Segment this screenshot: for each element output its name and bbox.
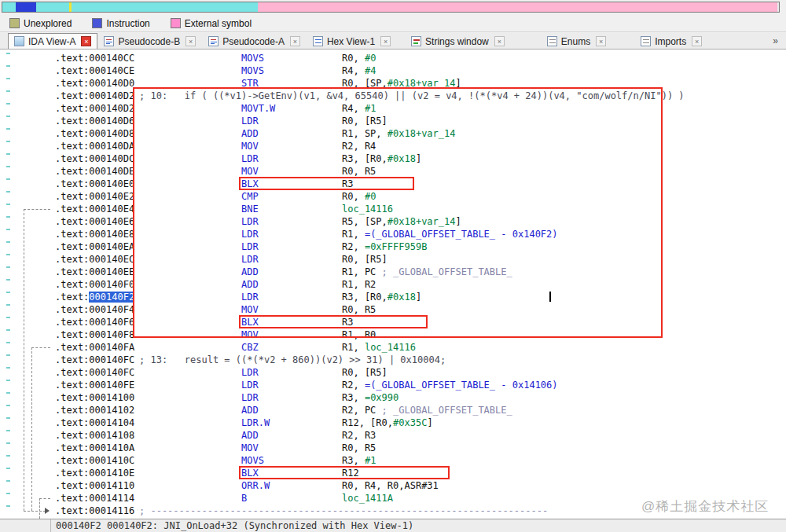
operand-seg: #0 [365, 53, 376, 64]
strings-icon [411, 36, 421, 46]
disasm-line[interactable]: .text:0001410AMOVR0, R5 [0, 442, 786, 454]
navband-segment[interactable] [72, 2, 258, 12]
mnemonic: ADD [241, 404, 259, 416]
disasm-line[interactable]: .text:00014102ADDR2, PC ; _GLOBAL_OFFSET… [0, 404, 786, 416]
operands: R4, #4 [342, 64, 376, 77]
disasm-line[interactable]: .text:00014108ADDR2, R3 [0, 429, 786, 442]
operand-seg: R2, [342, 380, 365, 391]
tab-label: Strings window [425, 36, 489, 47]
mnemonic: MOV [241, 442, 259, 454]
close-tab-button[interactable]: × [494, 36, 505, 46]
close-tab-button[interactable]: × [596, 36, 606, 46]
disasm-line[interactable]: .text:000140FACBZR1, loc_14116 [0, 341, 786, 354]
navband-segment[interactable] [258, 2, 777, 12]
line-address: .text:000140FC [55, 366, 134, 379]
tab-strings-window[interactable]: Strings window× [405, 33, 511, 49]
operands: R2, R3 [342, 429, 376, 442]
tab-pseudocode-a[interactable]: Pseudocode-A× [202, 33, 307, 49]
comment-seg: ; 13: result = ((*(*v2 + 860))(v2) >> 31… [139, 354, 446, 365]
mnemonic: MOVS [241, 52, 264, 64]
legend-item: External symbol [171, 18, 252, 29]
text-caret [549, 292, 551, 302]
mnemonic: MOVS [241, 64, 264, 77]
operand-seg: R0, R4, R0,ASR#31 [342, 480, 439, 491]
line-address: .text:000140DA [55, 140, 134, 152]
operands: R2, =(_GLOBAL_OFFSET_TABLE_ - 0x14106) [342, 379, 558, 391]
legend-swatch [92, 18, 102, 28]
legend-label: Unexplored [24, 18, 72, 29]
line-address: .text:00014100 [55, 391, 134, 404]
disasm-line[interactable]: .text:000140FELDRR2, =(_GLOBAL_OFFSET_TA… [0, 379, 786, 391]
comment-seg: ; --------------------------------------… [139, 505, 548, 516]
highlight-box [239, 315, 428, 328]
tab-hex-view-1[interactable]: Hex View-1× [307, 33, 397, 49]
tab-ida-view-a[interactable]: IDA View-A× [8, 33, 97, 49]
navband-segment[interactable] [16, 2, 36, 12]
tab-overflow-button[interactable]: » [769, 35, 781, 46]
legend-item: Unexplored [9, 18, 72, 29]
legend-swatch [171, 18, 181, 28]
disasm-line[interactable]: .text:000140FC; 13: result = ((*(*v2 + 8… [0, 354, 786, 366]
operands: R12, [R0,#0x35C] [342, 416, 433, 429]
navband-segment[interactable] [36, 2, 69, 12]
line-address: .text:000140F6 [55, 316, 134, 328]
line-address: .text:0001410A [55, 442, 134, 454]
mnemonic: B [241, 492, 247, 504]
mnemonic: MOVS [241, 454, 264, 467]
tab-imports[interactable]: Imports× [634, 33, 708, 49]
disasm-line[interactable]: .text:000140CEMOVSR4, #4 [0, 64, 786, 77]
pseudocode-icon [104, 36, 114, 46]
disasm-line[interactable]: .text:00014100LDRR3, =0x990 [0, 391, 786, 404]
line-address: .text:000140FE [55, 379, 134, 391]
operands: R3, #1 [342, 454, 376, 467]
operand-seg: R3, [342, 392, 365, 403]
line-address: .text:00014108 [55, 429, 134, 442]
disassembly-view[interactable]: .text:000140CCMOVSR0, #0.text:000140CEMO… [0, 50, 786, 519]
disasm-line[interactable]: .text:00014110ORR.WR0, R4, R0,ASR#31 [0, 479, 786, 492]
line-address: .text:00014102 [55, 404, 134, 416]
tab-pseudocode-b[interactable]: Pseudocode-B× [97, 33, 202, 49]
legend-label: External symbol [185, 18, 252, 29]
operand-seg: loc_1411A [342, 493, 393, 504]
operand-seg: loc_14116 [365, 342, 416, 353]
navigation-band[interactable] [2, 2, 780, 13]
disasm-line[interactable]: .text:0001410CMOVSR3, #1 [0, 454, 786, 467]
disasm-line[interactable]: .text:00014104LDR.WR12, [R0,#0x35C] [0, 416, 786, 429]
pseudocode-icon [208, 36, 219, 46]
line-address: .text:000140DC [55, 152, 134, 165]
operand-seg: ; _GLOBAL_OFFSET_TABLE_ [382, 405, 512, 416]
status-bar: 000140F2 000140F2: JNI_OnLoad+32 (Synchr… [0, 519, 786, 532]
line-address: .text:000140FC [55, 354, 134, 366]
line-address: .text:000140F4 [55, 303, 134, 316]
ida-view-icon [14, 36, 24, 46]
close-tab-button[interactable]: × [380, 36, 391, 46]
close-tab-button[interactable]: × [290, 36, 300, 46]
disasm-line[interactable]: .text:000140FCLDRR0, [R5] [0, 366, 786, 379]
comment: ; 13: result = ((*(*v2 + 860))(v2) >> 31… [139, 354, 446, 366]
mnemonic: CBZ [241, 341, 259, 354]
close-tab-button[interactable]: × [81, 36, 91, 46]
navband-segment[interactable] [2, 2, 16, 12]
operands: R0, #0 [342, 52, 376, 64]
tab-label: Enums [561, 36, 590, 47]
operand-seg: =0x990 [365, 392, 399, 403]
legend-label: Instruction [106, 18, 149, 29]
operand-seg: #1 [365, 455, 376, 466]
tab-enums[interactable]: Enums× [541, 33, 612, 49]
close-tab-button[interactable]: × [692, 36, 702, 46]
operands: R3, =0x990 [342, 391, 399, 404]
legend-bar: UnexploredInstructionExternal symbol [0, 15, 786, 32]
line-address: .text:00014114 [55, 492, 134, 504]
tab-label: Imports [655, 36, 686, 47]
line-address: .text:000140F8 [55, 328, 134, 341]
operand-seg: R12, [R0, [342, 417, 393, 428]
disasm-line[interactable]: .text:000140CCMOVSR0, #0 [0, 52, 786, 64]
tab-bar: IDA View-A×Pseudocode-B×Pseudocode-A×Hex… [0, 33, 786, 50]
line-address: .text:0001410E [55, 467, 134, 479]
operands: R2, PC ; _GLOBAL_OFFSET_TABLE_ [342, 404, 512, 416]
close-tab-button[interactable]: × [185, 36, 196, 46]
operands: R0, R4, R0,ASR#31 [342, 479, 439, 492]
line-address: .text:000140E4 [55, 203, 134, 215]
line-address: .text:000140E8 [55, 228, 134, 240]
tab-label: Hex View-1 [327, 36, 375, 47]
